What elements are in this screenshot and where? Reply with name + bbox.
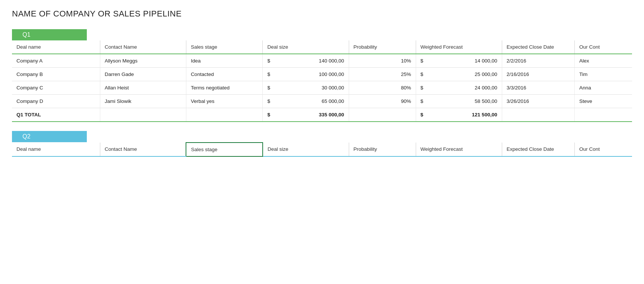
- q1-weighted[interactable]: $ 58 500,00: [416, 95, 502, 108]
- q1-probability[interactable]: 10%: [349, 54, 416, 68]
- q2-col-header-deal-name: Deal name: [12, 143, 100, 156]
- q1-probability[interactable]: 90%: [349, 95, 416, 108]
- q2-col-header-probability: Probability: [349, 143, 416, 156]
- col-header-sales-stage: Sales stage: [186, 40, 263, 54]
- q1-our-cont[interactable]: Anna: [575, 81, 632, 95]
- col-header-deal-size: Deal size: [263, 40, 349, 54]
- q1-total-empty-contact: [100, 108, 186, 122]
- q1-table-row: Company D Jami Slowik Verbal yes $ 65 00…: [12, 95, 632, 108]
- col-header-probability: Probability: [349, 40, 416, 54]
- col-header-close-date: Expected Close Date: [502, 40, 574, 54]
- q1-table-row: Company C Allan Heist Terms negotiated $…: [12, 81, 632, 95]
- q1-contact-name[interactable]: Darren Gade: [100, 68, 186, 81]
- col-header-weighted: Weighted Forecast: [416, 40, 502, 54]
- q1-our-cont[interactable]: Tim: [575, 68, 632, 81]
- q1-deal-name[interactable]: Company C: [12, 81, 100, 95]
- q2-col-header-deal-size: Deal size: [263, 143, 349, 156]
- q1-close-date[interactable]: 3/3/2016: [502, 81, 574, 95]
- q1-weighted[interactable]: $ 14 000,00: [416, 54, 502, 68]
- q1-sales-stage[interactable]: Contacted: [186, 68, 263, 81]
- q1-our-cont[interactable]: Alex: [575, 54, 632, 68]
- q1-probability[interactable]: 25%: [349, 68, 416, 81]
- q2-header: Q2: [12, 131, 87, 142]
- q2-col-header-sales-stage: Sales stage: [186, 143, 263, 156]
- q2-header-row: Deal name Contact Name Sales stage Deal …: [12, 143, 632, 156]
- col-header-contact-name: Contact Name: [100, 40, 186, 54]
- q1-weighted[interactable]: $ 24 000,00: [416, 81, 502, 95]
- q1-table: Deal name Contact Name Sales stage Deal …: [12, 40, 632, 122]
- page-title: NAME OF COMPANY OR SALES PIPELINE: [12, 9, 632, 19]
- q2-col-header-our-cont: Our Cont: [575, 143, 632, 156]
- q1-deal-name[interactable]: Company A: [12, 54, 100, 68]
- q1-contact-name[interactable]: Jami Slowik: [100, 95, 186, 108]
- q1-total-empty-date: [502, 108, 574, 122]
- q2-col-header-close-date: Expected Close Date: [502, 143, 574, 156]
- q1-probability[interactable]: 80%: [349, 81, 416, 95]
- col-header-our-cont: Our Cont: [575, 40, 632, 54]
- q1-header-row: Deal name Contact Name Sales stage Deal …: [12, 40, 632, 54]
- q1-header: Q1: [12, 29, 87, 40]
- q1-close-date[interactable]: 2/16/2016: [502, 68, 574, 81]
- q2-section: Q2 Deal name Contact Name Sales stage De…: [12, 131, 632, 157]
- q1-sales-stage[interactable]: Idea: [186, 54, 263, 68]
- q1-table-row: Company B Darren Gade Contacted $ 100 00…: [12, 68, 632, 81]
- q1-total-empty-stage: [186, 108, 263, 122]
- q1-close-date[interactable]: 3/26/2016: [502, 95, 574, 108]
- col-header-deal-name: Deal name: [12, 40, 100, 54]
- q1-our-cont[interactable]: Steve: [575, 95, 632, 108]
- q1-deal-size[interactable]: $ 100 000,00: [263, 68, 349, 81]
- q1-deal-size[interactable]: $ 30 000,00: [263, 81, 349, 95]
- q1-deal-size[interactable]: $ 140 000,00: [263, 54, 349, 68]
- q1-total-empty-cont: [575, 108, 632, 122]
- q1-total-weighted: $ 121 500,00: [416, 108, 502, 122]
- q1-total-row: Q1 TOTAL $ 335 000,00 $ 121 500,00: [12, 108, 632, 122]
- q1-total-empty-prob: [349, 108, 416, 122]
- q1-deal-size[interactable]: $ 65 000,00: [263, 95, 349, 108]
- q1-deal-name[interactable]: Company B: [12, 68, 100, 81]
- q1-contact-name[interactable]: Allan Heist: [100, 81, 186, 95]
- q2-col-header-contact-name: Contact Name: [100, 143, 186, 156]
- q1-total-label: Q1 TOTAL: [12, 108, 100, 122]
- q1-contact-name[interactable]: Allyson Meggs: [100, 54, 186, 68]
- q2-table: Deal name Contact Name Sales stage Deal …: [12, 142, 632, 157]
- q1-close-date[interactable]: 2/2/2016: [502, 54, 574, 68]
- q2-col-header-weighted: Weighted Forecast: [416, 143, 502, 156]
- q1-section: Q1 Deal name Contact Name Sales stage De…: [12, 29, 632, 122]
- q1-deal-name[interactable]: Company D: [12, 95, 100, 108]
- q1-weighted[interactable]: $ 25 000,00: [416, 68, 502, 81]
- q1-table-row: Company A Allyson Meggs Idea $ 140 000,0…: [12, 54, 632, 68]
- q1-total-deal-size: $ 335 000,00: [263, 108, 349, 122]
- q1-sales-stage[interactable]: Verbal yes: [186, 95, 263, 108]
- q1-sales-stage[interactable]: Terms negotiated: [186, 81, 263, 95]
